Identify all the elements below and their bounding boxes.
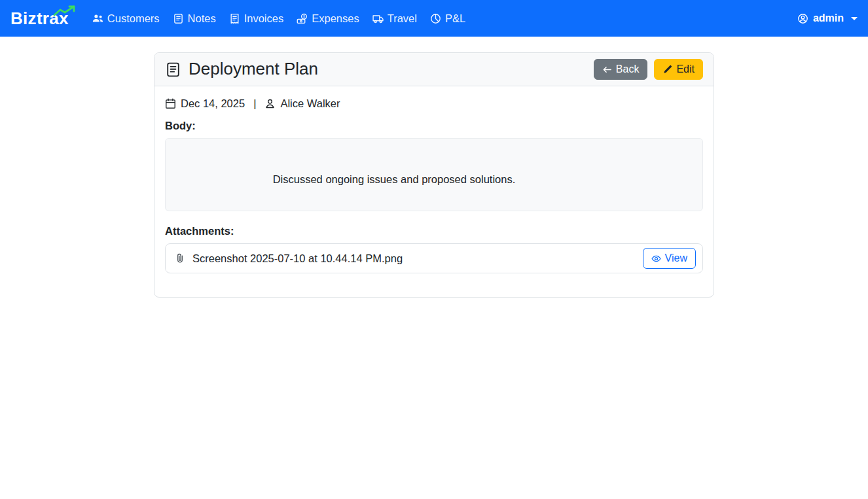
eye-icon: [651, 254, 661, 264]
brand-logo[interactable]: Biztrax: [10, 10, 69, 27]
cash-icon: [297, 13, 308, 24]
nav-item-notes[interactable]: Notes: [173, 12, 216, 25]
nav-item-label: P&L: [445, 12, 465, 25]
main-content: Deployment Plan Back Edit: [0, 52, 868, 298]
nav-item-label: Expenses: [312, 12, 359, 25]
attachment-filename: Screenshot 2025-07-10 at 10.44.14 PM.png: [192, 252, 403, 265]
nav-links: Customers Notes Invoices Expenses: [92, 12, 797, 25]
calendar-icon: [165, 98, 176, 109]
chevron-down-icon: [851, 17, 858, 20]
nav-item-label: Invoices: [244, 12, 284, 25]
note-body-box: Discussed ongoing issues and proposed so…: [165, 138, 703, 211]
body-label: Body:: [165, 120, 703, 132]
note-title-wrap: Deployment Plan: [165, 59, 318, 79]
person-circle-icon: [797, 13, 808, 24]
person-icon: [264, 98, 276, 109]
edit-button-label: Edit: [676, 62, 695, 77]
people-icon: [92, 13, 103, 24]
edit-button[interactable]: Edit: [654, 59, 703, 80]
pencil-icon: [662, 65, 672, 75]
note-body-text: Discussed ongoing issues and proposed so…: [273, 173, 516, 185]
note-card-body: Dec 14, 2025 | Alice Walker Body: Discus…: [154, 86, 714, 297]
view-attachment-button[interactable]: View: [643, 248, 696, 269]
nav-item-travel[interactable]: Travel: [372, 12, 417, 25]
journal-text-icon: [165, 61, 181, 78]
pie-chart-icon: [430, 13, 441, 24]
nav-item-pnl[interactable]: P&L: [430, 12, 465, 25]
user-menu-label: admin: [813, 12, 844, 24]
attachment-item: Screenshot 2025-07-10 at 10.44.14 PM.png…: [165, 243, 703, 273]
paperclip-icon: [175, 253, 185, 264]
header-actions: Back Edit: [594, 59, 703, 80]
nav-item-label: Customers: [107, 12, 160, 25]
journal-icon: [173, 13, 184, 24]
trend-arrow-icon: [53, 5, 77, 17]
back-button-label: Back: [616, 62, 640, 77]
truck-icon: [372, 13, 384, 24]
nav-item-invoices[interactable]: Invoices: [229, 12, 284, 25]
nav-item-label: Travel: [388, 12, 417, 25]
user-menu-dropdown[interactable]: admin: [797, 12, 858, 24]
note-detail-card: Deployment Plan Back Edit: [154, 52, 714, 298]
note-meta-row: Dec 14, 2025 | Alice Walker: [165, 97, 703, 110]
meta-separator: |: [253, 97, 256, 110]
receipt-icon: [229, 13, 240, 24]
page-title: Deployment Plan: [189, 59, 318, 79]
note-card-header: Deployment Plan Back Edit: [154, 53, 714, 86]
nav-item-expenses[interactable]: Expenses: [297, 12, 359, 25]
nav-item-label: Notes: [188, 12, 216, 25]
view-button-label: View: [665, 251, 687, 266]
attachment-info: Screenshot 2025-07-10 at 10.44.14 PM.png: [175, 252, 643, 265]
note-author: Alice Walker: [280, 97, 340, 110]
note-date: Dec 14, 2025: [181, 97, 245, 110]
attachments-label: Attachments:: [165, 225, 703, 237]
back-button[interactable]: Back: [594, 59, 648, 80]
arrow-left-icon: [602, 65, 612, 75]
nav-item-customers[interactable]: Customers: [92, 12, 160, 25]
top-navbar: Biztrax Customers Notes: [0, 0, 868, 37]
